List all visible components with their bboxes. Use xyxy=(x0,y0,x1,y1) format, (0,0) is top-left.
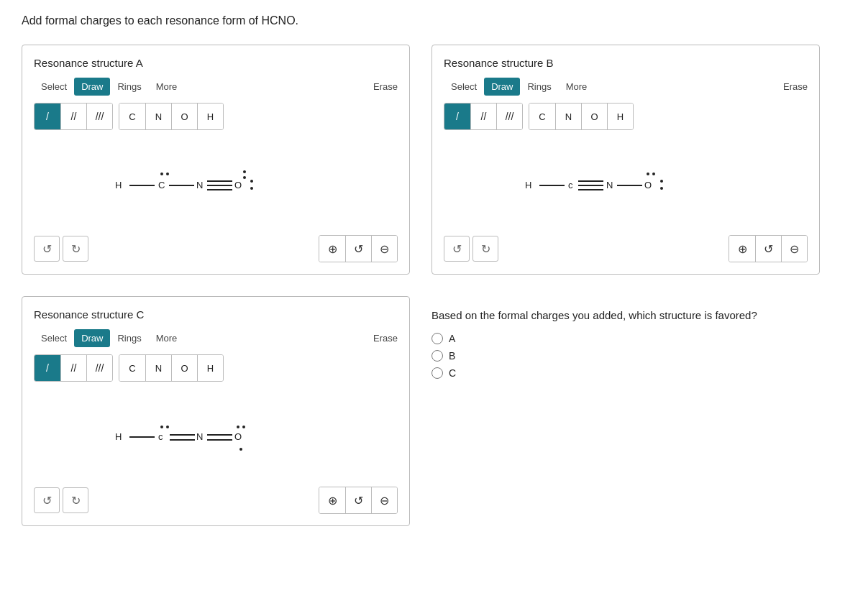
dot-c1-c xyxy=(160,426,163,428)
atom-c-btn-c[interactable]: C xyxy=(119,355,145,381)
atom-h-btn-b[interactable]: H xyxy=(607,104,633,129)
radio-option-b[interactable]: B xyxy=(432,350,820,362)
triple-bond-btn-b[interactable]: /// xyxy=(496,104,522,129)
atom-n-btn-a[interactable]: N xyxy=(145,104,171,129)
triple-bond-btn-a[interactable]: /// xyxy=(86,104,112,129)
zoom-in-btn-c[interactable]: ⊕ xyxy=(319,487,345,513)
radio-label-c: C xyxy=(449,367,456,379)
double-bond-btn-a[interactable]: // xyxy=(60,104,86,129)
dot-o2-b xyxy=(652,173,655,175)
single-bond-btn-a[interactable]: / xyxy=(35,104,60,129)
atom-c-a: C xyxy=(158,180,165,190)
atom-h-btn-a[interactable]: H xyxy=(197,104,223,129)
select-btn-b[interactable]: Select xyxy=(444,78,484,96)
undo-redo-b: ↺ ↻ xyxy=(444,236,498,262)
atom-n-btn-b[interactable]: N xyxy=(555,104,581,129)
rings-btn-c[interactable]: Rings xyxy=(110,329,148,347)
zoom-group-c: ⊕ ↺ ⊖ xyxy=(319,487,398,514)
toolbar-c: Select Draw Rings More Erase xyxy=(34,329,398,347)
more-btn-b[interactable]: More xyxy=(559,78,595,96)
bottom-controls-a: ↺ ↻ ⊕ ↺ ⊖ xyxy=(34,235,398,262)
atom-n-c: N xyxy=(196,431,203,442)
rings-btn-b[interactable]: Rings xyxy=(520,78,558,96)
atom-n-b: N xyxy=(606,180,613,190)
undo-btn-b[interactable]: ↺ xyxy=(444,236,470,262)
zoom-out-btn-c[interactable]: ⊖ xyxy=(371,487,397,513)
zoom-fit-btn-b[interactable]: ↺ xyxy=(755,236,781,262)
atom-h-btn-c[interactable]: H xyxy=(197,355,223,381)
molecule-a-svg: H C N O xyxy=(93,152,338,217)
bond-tool-group-c: / // /// xyxy=(34,354,113,382)
dot-c2-a xyxy=(166,173,169,175)
molecule-b-svg: H c N O xyxy=(503,152,748,217)
erase-btn-a[interactable]: Erase xyxy=(373,81,398,92)
draw-btn-c[interactable]: Draw xyxy=(74,329,110,347)
atom-c-b: c xyxy=(568,180,573,190)
draw-tools-c: / // /// C N O H xyxy=(34,354,398,382)
panel-title-a: Resonance structure A xyxy=(34,57,398,69)
dot-o2-a xyxy=(243,170,246,173)
bottom-controls-b: ↺ ↻ ⊕ ↺ ⊖ xyxy=(444,235,808,262)
colon-o2-b xyxy=(660,187,663,190)
bond-tool-group-a: / // /// xyxy=(34,103,113,130)
colon-o2-a xyxy=(250,187,253,190)
erase-btn-c[interactable]: Erase xyxy=(373,333,398,344)
atom-o-btn-a[interactable]: O xyxy=(171,104,197,129)
canvas-area-b: H c N O xyxy=(444,142,808,228)
more-btn-c[interactable]: More xyxy=(149,329,185,347)
dot-c1-a xyxy=(160,173,163,175)
atom-o-btn-b[interactable]: O xyxy=(581,104,607,129)
atom-h-b: H xyxy=(525,180,531,190)
zoom-in-btn-b[interactable]: ⊕ xyxy=(729,236,755,262)
zoom-out-btn-b[interactable]: ⊖ xyxy=(781,236,807,262)
structure-panel-b: Resonance structure B Select Draw Rings … xyxy=(432,45,820,275)
canvas-area-c: H c N O xyxy=(34,393,398,479)
question-text: Based on the formal charges you added, w… xyxy=(432,308,820,324)
radio-option-a[interactable]: A xyxy=(432,333,820,344)
atom-o-btn-c[interactable]: O xyxy=(171,355,197,381)
undo-btn-a[interactable]: ↺ xyxy=(34,236,60,262)
erase-btn-b[interactable]: Erase xyxy=(783,81,808,92)
atom-o-c: O xyxy=(234,431,242,442)
atom-c-c: c xyxy=(158,431,163,442)
draw-tools-b: / // /// C N O H xyxy=(444,103,808,130)
radio-option-c[interactable]: C xyxy=(432,367,820,379)
zoom-out-btn-a[interactable]: ⊖ xyxy=(371,236,397,262)
atom-c-btn-b[interactable]: C xyxy=(529,104,555,129)
triple-bond-btn-c[interactable]: /// xyxy=(86,355,112,381)
dot-o1-a xyxy=(243,176,246,179)
double-bond-btn-b[interactable]: // xyxy=(470,104,496,129)
more-btn-a[interactable]: More xyxy=(149,78,185,96)
radio-label-a: A xyxy=(449,333,455,344)
select-btn-a[interactable]: Select xyxy=(34,78,74,96)
zoom-fit-btn-c[interactable]: ↺ xyxy=(345,487,371,513)
draw-tools-a: / // /// C N O H xyxy=(34,103,398,130)
atom-h-c: H xyxy=(115,431,122,442)
zoom-fit-btn-a[interactable]: ↺ xyxy=(345,236,371,262)
toolbar-b: Select Draw Rings More Erase xyxy=(444,78,808,96)
panel-title-c: Resonance structure C xyxy=(34,308,398,321)
radio-input-a[interactable] xyxy=(432,333,443,344)
panel-title-b: Resonance structure B xyxy=(444,57,808,69)
redo-btn-b[interactable]: ↻ xyxy=(472,236,498,262)
atom-n-a: N xyxy=(196,180,203,190)
zoom-in-btn-a[interactable]: ⊕ xyxy=(319,236,345,262)
atom-n-btn-c[interactable]: N xyxy=(145,355,171,381)
draw-btn-b[interactable]: Draw xyxy=(484,78,520,96)
radio-input-b[interactable] xyxy=(432,350,443,362)
atom-group-b: C N O H xyxy=(529,103,634,130)
double-bond-btn-c[interactable]: // xyxy=(60,355,86,381)
question-panel: Based on the formal charges you added, w… xyxy=(432,296,820,526)
redo-btn-a[interactable]: ↻ xyxy=(63,236,88,262)
atom-c-btn-a[interactable]: C xyxy=(119,104,145,129)
rings-btn-a[interactable]: Rings xyxy=(110,78,148,96)
radio-input-c[interactable] xyxy=(432,367,443,379)
redo-btn-c[interactable]: ↻ xyxy=(63,487,88,513)
undo-redo-c: ↺ ↻ xyxy=(34,487,88,513)
undo-btn-c[interactable]: ↺ xyxy=(34,487,60,513)
select-btn-c[interactable]: Select xyxy=(34,329,74,347)
colon-o1-a xyxy=(250,180,253,183)
draw-btn-a[interactable]: Draw xyxy=(74,78,110,96)
single-bond-btn-c[interactable]: / xyxy=(35,355,60,381)
single-bond-btn-b[interactable]: / xyxy=(444,104,470,129)
